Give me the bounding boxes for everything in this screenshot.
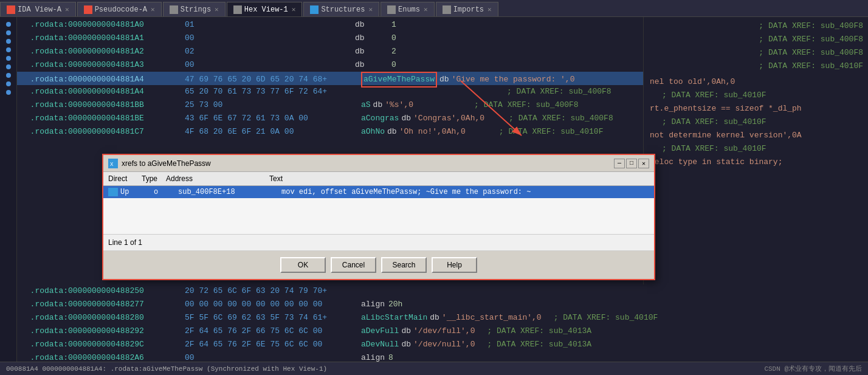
sidebar-dot-4: [6, 47, 11, 52]
label-congras: aCongras: [361, 112, 399, 125]
svg-rect-2: [109, 188, 117, 196]
right-comment-3: ; DATA XREF: sub_4010F: [646, 142, 866, 156]
tab-strings[interactable]: Strings ✕: [163, 2, 226, 16]
code-line-lower-4: .rodata:0000000000488292 2F 64 65 76 2F …: [17, 325, 868, 338]
xref-table-header: Direct Type Address Text: [103, 172, 654, 186]
modal-controls: — □ ✕: [614, 159, 649, 168]
sidebar-dot-8: [6, 81, 11, 86]
label-as: aS: [361, 98, 371, 112]
modal-footer: OK Cancel Search Help: [103, 251, 654, 279]
sidebar-dot-1: [6, 22, 11, 27]
tab-close-enums[interactable]: ✕: [424, 5, 428, 13]
main-area: .rodata:00000000004881A0 01 db 1 .rodata…: [0, 17, 868, 375]
label-agivemethepassw: aGiveMeThePassw: [361, 72, 437, 88]
modal-cancel-button[interactable]: Cancel: [331, 257, 376, 273]
modal-close-btn[interactable]: ✕: [638, 159, 649, 168]
tab-imports[interactable]: Imports ✕: [436, 2, 498, 16]
tab-close-hex[interactable]: ✕: [292, 5, 296, 13]
tab-bar: IDA View-A ✕ Pseudocode-A ✕ Strings ✕ He…: [0, 0, 868, 17]
code-line-lower-1: .rodata:0000000000488250 20 72 65 6C 6F …: [17, 284, 868, 298]
tab-close-strings[interactable]: ✕: [215, 5, 219, 13]
right-rt: rt.e_phentsize == sizeof *_dl_ph: [646, 102, 866, 115]
right-comment-1: ; DATA XREF: sub_4010F: [646, 89, 866, 102]
code-area: .rodata:00000000004881A0 01 db 1 .rodata…: [17, 17, 868, 375]
lower-code-area: .rodata:0000000000488250 20 72 65 6C 6F …: [17, 284, 868, 365]
right-line-1: ; DATA XREF: sub_400F8: [646, 19, 866, 33]
tab-close-imports[interactable]: ✕: [487, 5, 492, 13]
svg-text:X: X: [110, 162, 114, 167]
right-neltoo: nel too old',0Ah,0: [646, 75, 866, 89]
xref-empty-area: [103, 198, 654, 235]
right-comment-2: ; DATA XREF: sub_4010F: [646, 115, 866, 129]
sidebar-dot-6: [6, 64, 11, 69]
sidebar-dot-7: [6, 73, 11, 78]
right-line-2: ; DATA XREF: sub_400F8: [646, 33, 866, 46]
modal-title-text: xrefs to aGiveMeThePassw: [122, 159, 614, 168]
code-line-lower-2: .rodata:0000000000488277 00 00 00 00 00 …: [17, 298, 868, 311]
modal-search-button[interactable]: Search: [381, 257, 427, 273]
code-line-lower-3: .rodata:0000000000488280 5F 5F 6C 69 62 …: [17, 311, 868, 325]
sidebar-dot-2: [6, 30, 11, 35]
code-line-lower-5: .rodata:000000000048829C 2F 64 65 76 2F …: [17, 338, 868, 351]
xrefs-modal: X xrefs to aGiveMeThePassw — □ ✕ Direct …: [102, 154, 655, 280]
modal-titlebar: X xrefs to aGiveMeThePassw — □ ✕: [103, 155, 654, 172]
tab-close-structs[interactable]: ✕: [368, 5, 373, 13]
status-text-right: CSDN @术业有专攻，闻道有先后: [764, 364, 862, 373]
modal-title-icon: X: [108, 159, 118, 168]
tab-icon-structs: [310, 5, 319, 14]
tab-enums[interactable]: Enums ✕: [381, 2, 435, 16]
right-reloc: reloc type in static binary;: [646, 156, 866, 169]
xref-row-icon: [108, 188, 118, 196]
modal-help-button[interactable]: Help: [432, 257, 477, 273]
tab-icon-ida: [7, 5, 15, 14]
sidebar-dot-3: [6, 39, 11, 44]
modal-ok-button[interactable]: OK: [280, 257, 326, 273]
modal-maximize-btn[interactable]: □: [626, 159, 637, 168]
sidebar-dot-9: [6, 90, 11, 95]
tab-structures[interactable]: Structures ✕: [303, 2, 379, 16]
right-line-4: ; DATA XREF: sub_4010F: [646, 60, 866, 73]
tab-icon-pseudo: [84, 5, 92, 14]
status-bar: 000881A4 0000000004881A4: .rodata:aGiveM…: [0, 362, 868, 375]
tab-close-pseudo[interactable]: ✕: [151, 5, 155, 13]
right-comments-panel: ; DATA XREF: sub_400F8 ; DATA XREF: sub_…: [643, 17, 868, 284]
tab-pseudocode[interactable]: Pseudocode-A ✕: [77, 2, 162, 16]
modal-minimize-btn[interactable]: —: [614, 159, 625, 168]
tab-ida-view[interactable]: IDA View-A ✕: [0, 2, 76, 16]
tab-icon-enums: [387, 5, 396, 14]
tab-close-ida[interactable]: ✕: [65, 5, 69, 13]
tab-hex-view[interactable]: Hex View-1 ✕: [227, 2, 303, 16]
sidebar-dot-5: [6, 56, 11, 61]
sidebar: [0, 17, 17, 375]
right-line-3: ; DATA XREF: sub_400F8: [646, 46, 866, 60]
tab-icon-strings: [170, 5, 178, 14]
status-text-left: 000881A4 0000000004881A4: .rodata:aGiveM…: [6, 365, 764, 373]
xref-status: Line 1 of 1: [103, 235, 654, 251]
xref-table-row-1[interactable]: Up o sub_400F8E+18 mov edi, offset aGive…: [103, 186, 654, 198]
tab-icon-hex: [233, 5, 242, 14]
app-container: IDA View-A ✕ Pseudocode-A ✕ Strings ✕ He…: [0, 0, 868, 375]
right-notdeter: not determine kernel version',0A: [646, 129, 866, 142]
label-ohno: aOhNo: [361, 125, 385, 139]
tab-icon-imports: [443, 5, 451, 14]
